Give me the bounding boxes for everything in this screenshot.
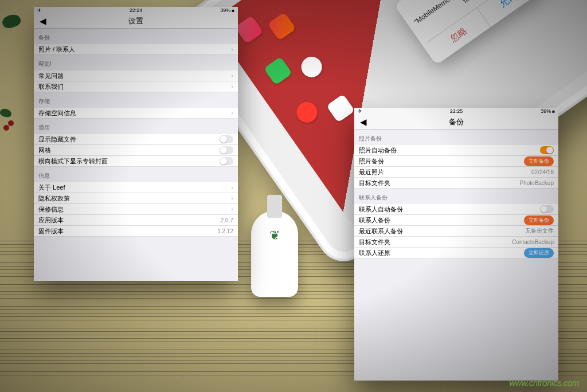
section-header: 通用	[34, 119, 238, 134]
settings-cell[interactable]: 联系人备份立即备份	[354, 215, 558, 226]
app-icon	[326, 94, 355, 123]
cell-label: 常见问题	[38, 72, 64, 80]
nav-title: 备份	[449, 117, 464, 127]
chevron-right-icon: ›	[231, 194, 233, 202]
cell-value: 无备份文件	[525, 227, 554, 235]
settings-cell: 应用版本2.0.7	[34, 215, 238, 226]
cell-label: 关于 Leef	[38, 183, 65, 192]
settings-cell: 目标文件夹ContactsBackup	[354, 237, 558, 248]
decor-berry	[3, 125, 9, 131]
back-button[interactable]: ◀	[40, 16, 46, 26]
cell-label: 照片自动备份	[359, 146, 397, 155]
chevron-right-icon: ›	[231, 45, 233, 53]
status-time: 22:24	[130, 7, 143, 13]
settings-panel: ✈︎ 22:24 39% ◀ 设置 备份照片 / 联系人›帮助!常见问题›联系我…	[34, 7, 238, 281]
toggle-switch[interactable]	[220, 157, 233, 165]
settings-cell: 最近联系人备份无备份文件	[354, 226, 558, 237]
chevron-right-icon: ›	[231, 72, 233, 80]
settings-cell[interactable]: 联系人自动备份	[354, 204, 558, 215]
cell-label: 联系我们	[38, 83, 64, 91]
app-icon	[234, 15, 263, 44]
settings-cell[interactable]: 显示隐藏文件	[34, 134, 238, 145]
cell-label: 目标文件夹	[359, 179, 390, 187]
settings-cell[interactable]: 照片自动备份	[354, 145, 558, 156]
settings-cell[interactable]: 隐私权政策›	[34, 193, 238, 204]
chevron-right-icon: ›	[231, 205, 233, 213]
cell-value: ContactsBackup	[512, 239, 554, 245]
settings-cell: 最近照片02/24/16	[354, 167, 558, 178]
cell-label: 显示隐藏文件	[38, 135, 76, 144]
status-time: 22:25	[450, 108, 463, 114]
app-icon	[267, 12, 296, 41]
cell-label: 横向模式下显示专辑封面	[38, 157, 108, 166]
cell-value: PhotoBackup	[520, 180, 554, 186]
nav-title: 设置	[128, 16, 143, 26]
section-header: 信息	[34, 167, 238, 182]
toggle-switch[interactable]	[220, 135, 233, 143]
cell-value: 1.2.12	[217, 228, 233, 234]
settings-cell[interactable]: 网格	[34, 145, 238, 156]
settings-cell[interactable]: 照片 / 联系人›	[34, 44, 238, 55]
back-button[interactable]: ◀	[360, 117, 367, 127]
backup-panel: ✈︎ 22:25 39% ◀ 备份 照片备份照片自动备份照片备份立即备份最近照片…	[354, 108, 558, 381]
cell-label: 保修信息	[38, 205, 64, 214]
chevron-right-icon: ›	[231, 83, 233, 91]
settings-cell[interactable]: 保修信息›	[34, 204, 238, 215]
settings-cell: 目标文件夹PhotoBackup	[354, 178, 558, 189]
section-header: 备份	[34, 29, 238, 44]
backup-now-button[interactable]: 立即备份	[524, 215, 554, 225]
watermark-text: www.cntronics.com	[509, 378, 579, 387]
cell-label: 联系人还原	[359, 249, 390, 257]
section-header: 存储	[34, 92, 238, 108]
section-header: 帮助!	[34, 55, 238, 70]
app-icon	[298, 53, 326, 81]
status-bar: ✈︎ 22:24 39%	[34, 7, 238, 14]
app-icon	[264, 57, 292, 85]
nav-bar: ◀ 备份	[354, 115, 558, 130]
settings-cell[interactable]: 存储空间信息›	[34, 108, 238, 119]
cell-label: 最近照片	[359, 168, 384, 177]
cell-label: 联系人自动备份	[359, 205, 403, 214]
usb-dongle: ❦	[251, 211, 298, 297]
toggle-switch[interactable]	[540, 146, 554, 154]
nav-bar: ◀ 设置	[34, 14, 238, 29]
decor-berry	[8, 120, 14, 126]
cell-label: 隐私权政策	[38, 194, 70, 203]
status-battery: 39%	[220, 7, 234, 13]
cell-label: 联系人备份	[359, 216, 390, 225]
dongle-plug	[267, 195, 282, 218]
settings-cell[interactable]: 横向模式下显示专辑封面	[34, 156, 238, 167]
cell-label: 应用版本	[38, 216, 64, 225]
settings-cell[interactable]: 常见问题›	[34, 70, 238, 81]
chevron-right-icon: ›	[231, 183, 233, 191]
chevron-right-icon: ›	[231, 109, 233, 117]
backup-now-button[interactable]: 立即备份	[524, 156, 554, 166]
section-header: 照片备份	[354, 130, 558, 145]
settings-cell[interactable]: 照片备份立即备份	[354, 156, 558, 167]
ios-alert: MobileMemory "MobileMemory" 想与 Leef"iAcc…	[394, 0, 545, 65]
settings-cell: 固件版本1.2.12	[34, 226, 238, 237]
toggle-switch[interactable]	[540, 205, 554, 213]
app-icon	[292, 98, 321, 127]
leef-leaf-icon: ❦	[269, 228, 280, 243]
status-bar: ✈︎ 22:25 39%	[354, 108, 558, 115]
settings-cell[interactable]: 关于 Leef›	[34, 182, 238, 193]
settings-cell[interactable]: 联系我们›	[34, 81, 238, 92]
cell-label: 固件版本	[38, 227, 64, 236]
cell-label: 照片备份	[359, 157, 384, 166]
status-carrier: ✈︎	[37, 7, 42, 13]
cell-label: 照片 / 联系人	[38, 45, 75, 54]
cell-value: 02/24/16	[531, 169, 554, 175]
cell-label: 最近联系人备份	[359, 227, 403, 236]
status-carrier: ✈︎	[358, 108, 362, 114]
cell-label: 网格	[38, 146, 51, 155]
toggle-switch[interactable]	[220, 146, 233, 154]
cell-label: 存储空间信息	[38, 109, 76, 117]
status-battery: 39%	[541, 108, 555, 114]
settings-cell[interactable]: 联系人还原立即还原	[354, 248, 558, 258]
cell-value: 2.0.7	[221, 217, 233, 224]
section-header: 联系人备份	[354, 189, 558, 204]
restore-now-button[interactable]: 立即还原	[524, 248, 554, 258]
cell-label: 目标文件夹	[359, 238, 390, 246]
